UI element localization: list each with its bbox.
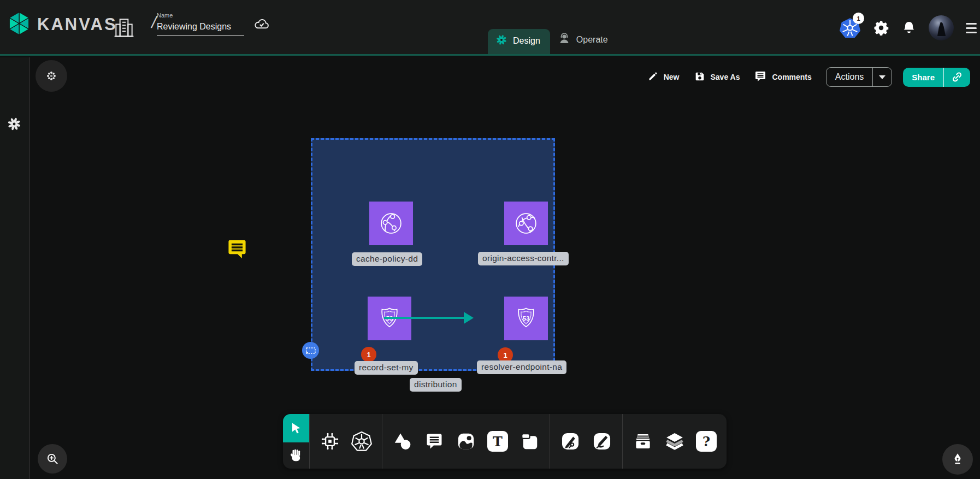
help-tool[interactable]: ? <box>693 428 719 454</box>
node-label-origin-access-control[interactable]: origin-access-contr... <box>478 252 569 265</box>
operator-headset-icon <box>558 32 571 48</box>
comments-button[interactable]: Comments <box>754 70 811 85</box>
design-swirl-icon <box>495 34 507 48</box>
actions-caret[interactable] <box>872 68 892 86</box>
kanvas-app: KANVAS / Name Reviewing Designs <box>0 0 980 479</box>
cloud-saved-icon <box>252 15 271 35</box>
route53-icon-text: 53 <box>523 315 530 322</box>
canvas-widgets-button[interactable] <box>36 60 67 92</box>
canvas-tool-dock: T <box>283 414 727 469</box>
edge-record-to-resolver[interactable] <box>384 317 466 319</box>
tab-operate-label: Operate <box>576 35 608 45</box>
kubernetes-wheel-tool[interactable] <box>349 428 375 454</box>
new-button[interactable]: New <box>647 70 680 84</box>
kanvas-hexagon-icon <box>8 11 31 38</box>
chevron-down-icon <box>879 75 885 79</box>
save-as-button[interactable]: Save As <box>694 70 740 84</box>
brand-wordmark: KANVAS <box>37 15 117 34</box>
select-tool-active[interactable] <box>283 414 309 442</box>
image-tool[interactable] <box>453 428 479 454</box>
help-glyph: ? <box>696 431 717 452</box>
text-tool-glyph: T <box>487 431 508 452</box>
frame-tool[interactable] <box>516 428 542 454</box>
error-badge-record-set[interactable]: 1 <box>361 347 376 362</box>
pen-tool[interactable] <box>557 428 583 454</box>
settings-gear-icon[interactable] <box>873 20 889 36</box>
text-tool[interactable]: T <box>485 428 511 454</box>
tab-design[interactable]: Design <box>488 29 550 54</box>
group-label-distribution[interactable]: distribution <box>410 378 462 392</box>
node-cache-policy[interactable] <box>369 202 413 245</box>
pencil-draw-tool[interactable] <box>589 428 615 454</box>
left-sidebar <box>0 57 29 479</box>
edge-arrowhead <box>464 312 474 324</box>
drawer-archive-tool[interactable] <box>630 428 656 454</box>
design-name-label: Name <box>157 12 244 19</box>
node-label-cache-policy[interactable]: cache-policy-dd <box>352 252 422 266</box>
canvas-action-bar: New Save As Comments Actions <box>647 67 970 87</box>
canvas-comment-pin[interactable] <box>225 238 249 264</box>
shapes-tool[interactable] <box>389 428 416 454</box>
infra-tools-group <box>310 414 382 469</box>
comment-tool[interactable] <box>421 428 447 454</box>
design-name-input[interactable]: Reviewing Designs <box>157 22 244 36</box>
node-label-resolver-endpoint[interactable]: resolver-endpoint-na <box>477 360 566 374</box>
library-tools-group: ? <box>623 414 727 469</box>
user-avatar[interactable] <box>929 15 954 40</box>
design-name-field: Name Reviewing Designs <box>157 12 244 36</box>
comment-bubble-icon <box>754 70 767 85</box>
copy-link-icon[interactable] <box>943 68 970 87</box>
circuit-board-tool[interactable] <box>317 428 343 454</box>
mode-tabs: Design Operate <box>488 27 618 54</box>
meshery-swirl-icon[interactable] <box>7 116 22 134</box>
node-label-record-set[interactable]: record-set-my <box>355 361 418 375</box>
layers-tool[interactable] <box>662 428 688 454</box>
tab-operate[interactable]: Operate <box>550 27 618 54</box>
zoom-in-button[interactable] <box>38 444 67 474</box>
kubernetes-context-count-badge: 1 <box>853 13 864 24</box>
design-canvas[interactable]: New Save As Comments Actions <box>30 57 980 479</box>
share-button[interactable]: Share <box>903 68 970 87</box>
node-resolver-endpoint[interactable]: 53 <box>504 297 548 340</box>
menu-hamburger-icon[interactable] <box>966 23 977 33</box>
kanvas-logo[interactable]: KANVAS <box>8 11 117 38</box>
pen-nib-button[interactable] <box>942 444 973 475</box>
pointer-tools-column <box>283 414 310 469</box>
annotation-tools-group: T <box>382 414 550 469</box>
pencil-icon <box>647 70 659 84</box>
kubernetes-context-button[interactable]: 1 <box>839 17 861 39</box>
actions-dropdown-button[interactable]: Actions <box>826 67 892 87</box>
share-label: Share <box>903 68 943 87</box>
node-origin-access-control[interactable] <box>504 202 548 245</box>
selection-group-distribution[interactable]: cache-policy-dd origin-access-contr... 5… <box>311 138 555 371</box>
notifications-bell-icon[interactable] <box>901 20 917 36</box>
organization-building-icon[interactable] <box>112 14 136 43</box>
top-header: KANVAS / Name Reviewing Designs <box>0 0 980 56</box>
actions-label: Actions <box>826 68 872 86</box>
selection-drag-handle[interactable] <box>302 342 319 359</box>
drawing-tools-group <box>550 414 623 469</box>
pan-hand-tool[interactable] <box>283 442 309 469</box>
header-right-cluster: 1 <box>839 0 980 56</box>
tab-design-label: Design <box>513 36 540 46</box>
floppy-save-icon <box>694 70 706 84</box>
